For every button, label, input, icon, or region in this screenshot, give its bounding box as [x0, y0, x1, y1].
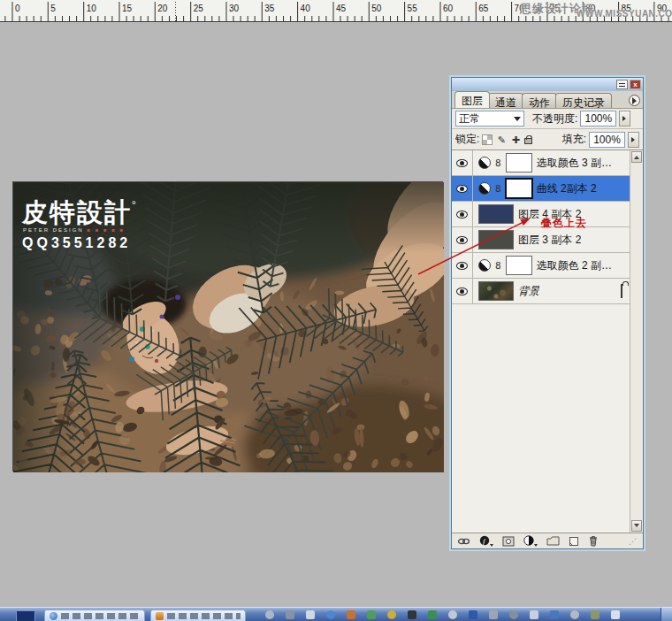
- mask-link-icon: 8: [495, 183, 501, 195]
- layer-row[interactable]: 8选取颜色 3 副…: [452, 150, 630, 176]
- taskbar-button-1[interactable]: [44, 610, 145, 621]
- lock-all-icon[interactable]: [524, 138, 532, 144]
- quick-launch-icon[interactable]: [16, 610, 35, 621]
- svg-text:20: 20: [157, 4, 168, 13]
- svg-text:5: 5: [50, 4, 56, 13]
- lock-label: 锁定:: [455, 132, 479, 147]
- svg-text:50: 50: [371, 4, 382, 13]
- new-layer-icon[interactable]: [569, 536, 579, 547]
- layer-thumbnail[interactable]: [478, 230, 514, 249]
- panel-tabs: 图层通道动作历史记录: [452, 91, 643, 109]
- layer-row[interactable]: 8选取颜色 2 副…: [452, 253, 630, 279]
- svg-text:25: 25: [194, 4, 204, 13]
- delete-layer-icon[interactable]: [588, 535, 599, 547]
- layers-panel: x 图层通道动作历史记录 正常 不透明度: 100% 锁定: ✎ ✚ 填充: 1…: [451, 77, 644, 549]
- lock-move-icon[interactable]: ✚: [510, 134, 521, 145]
- layer-row[interactable]: 图层 4 副本 2: [452, 202, 630, 227]
- layer-name[interactable]: 选取颜色 3 副…: [537, 156, 612, 171]
- scroll-up-button[interactable]: [631, 151, 642, 163]
- lock-paint-icon[interactable]: ✎: [496, 134, 507, 145]
- lock-transparency-icon[interactable]: [482, 134, 493, 145]
- svg-text:35: 35: [264, 4, 275, 13]
- visibility-eye-icon[interactable]: [456, 211, 468, 218]
- layer-name[interactable]: 图层 3 副本 2: [518, 233, 581, 248]
- visibility-eye-icon[interactable]: [456, 288, 468, 295]
- tab-inactive[interactable]: 动作: [522, 93, 557, 108]
- opacity-spinner[interactable]: [619, 111, 630, 126]
- svg-text:10: 10: [87, 4, 97, 13]
- layer-mask-thumbnail[interactable]: [506, 153, 532, 172]
- blend-mode-select[interactable]: 正常: [455, 111, 524, 126]
- opacity-input[interactable]: 100%: [580, 111, 616, 126]
- panel-titlebar[interactable]: x: [452, 78, 643, 91]
- system-tray-icons[interactable]: [265, 610, 654, 621]
- layer-name[interactable]: 图层 4 副本 2: [518, 207, 581, 222]
- svg-text:65: 65: [478, 4, 489, 13]
- visibility-eye-icon[interactable]: [456, 159, 468, 167]
- fill-input[interactable]: 100%: [589, 132, 625, 148]
- adjustment-layer-icon[interactable]: [523, 535, 538, 547]
- svg-text:30: 30: [229, 4, 240, 13]
- panel-toolbar: f ⋰: [452, 533, 643, 548]
- add-mask-icon[interactable]: [502, 536, 515, 547]
- opacity-label: 不透明度:: [532, 111, 577, 126]
- svg-text:15: 15: [122, 4, 133, 13]
- windows-taskbar[interactable]: [0, 607, 672, 621]
- document-canvas[interactable]: 皮特設計° PETER DESIGN ■ ■ ■ ■ ■ QQ3551282: [12, 181, 443, 472]
- layer-thumbnail[interactable]: [478, 281, 514, 301]
- adjustment-layer-badge-icon: [478, 157, 491, 169]
- adjustment-layer-badge-icon: [478, 259, 491, 272]
- svg-text:60: 60: [443, 4, 454, 13]
- resize-grip[interactable]: ⋰: [629, 537, 638, 546]
- panel-menu-button[interactable]: [629, 95, 640, 106]
- layer-name[interactable]: 选取颜色 2 副…: [537, 258, 612, 273]
- layer-lock-icon: [621, 284, 622, 298]
- mask-link-icon: 8: [495, 157, 501, 169]
- mask-link-icon: 8: [495, 260, 501, 272]
- layer-list-scrollbar[interactable]: [630, 150, 643, 533]
- minimize-button[interactable]: [616, 80, 628, 89]
- layer-list: 8选取颜色 3 副…8曲线 2副本 2图层 4 副本 2图层 3 副本 28选取…: [452, 150, 643, 533]
- visibility-eye-icon[interactable]: [456, 262, 468, 270]
- link-layers-icon[interactable]: [457, 537, 470, 546]
- tab-inactive[interactable]: 历史记录: [555, 93, 612, 108]
- layer-thumbnail[interactable]: [478, 204, 514, 224]
- layer-row[interactable]: 8曲线 2副本 2: [452, 176, 630, 202]
- svg-text:55: 55: [408, 4, 418, 13]
- svg-text:0: 0: [15, 4, 20, 13]
- fill-spinner[interactable]: [628, 132, 639, 148]
- forum-url-watermark: WWW.MISSYUAN.COM: [577, 9, 672, 19]
- chevron-down-icon: [514, 117, 521, 125]
- layer-row[interactable]: 背景: [452, 279, 630, 304]
- blend-mode-value: 正常: [459, 111, 480, 126]
- layer-name[interactable]: 背景: [518, 284, 539, 299]
- svg-text:40: 40: [301, 4, 311, 13]
- taskbar-button-2[interactable]: [150, 610, 246, 621]
- scroll-down-button[interactable]: [631, 520, 642, 532]
- svg-text:45: 45: [336, 4, 347, 13]
- close-button[interactable]: x: [630, 80, 641, 89]
- fill-label: 填充:: [562, 132, 586, 147]
- taskbar-end[interactable]: [661, 608, 672, 621]
- visibility-eye-icon[interactable]: [456, 185, 468, 193]
- new-group-icon[interactable]: [546, 536, 560, 546]
- tab-inactive[interactable]: 通道: [488, 93, 523, 108]
- adjustment-layer-badge-icon: [478, 182, 491, 195]
- layer-style-icon[interactable]: f: [479, 535, 493, 547]
- layer-mask-thumbnail[interactable]: [506, 256, 532, 275]
- tab-active[interactable]: 图层: [454, 91, 490, 108]
- layer-mask-thumbnail[interactable]: [506, 179, 532, 198]
- visibility-eye-icon[interactable]: [456, 236, 468, 244]
- layer-name[interactable]: 曲线 2副本 2: [537, 181, 597, 196]
- layer-row[interactable]: 图层 3 副本 2: [452, 227, 630, 253]
